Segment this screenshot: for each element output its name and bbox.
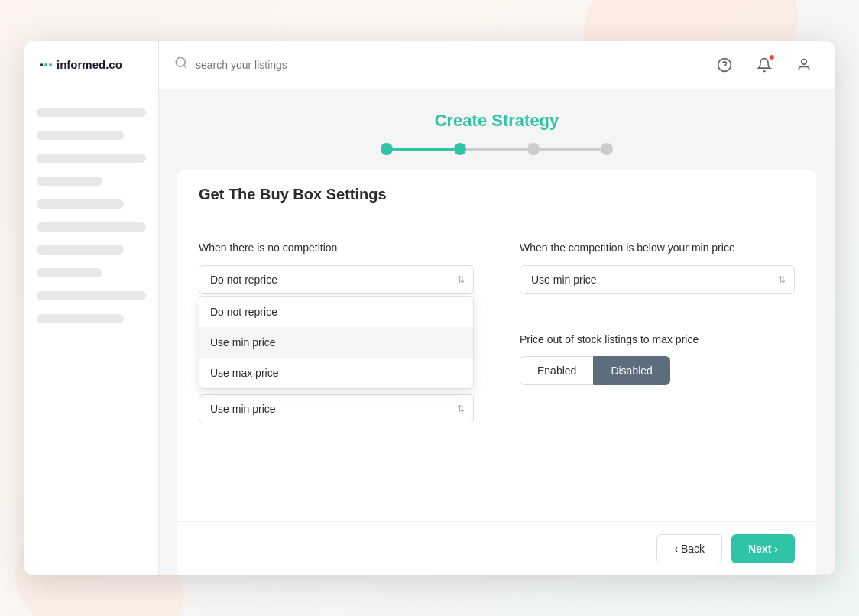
no-competition-label: When there is no competition [199,241,474,256]
sidebar-skeleton-5 [37,199,124,209]
content-panel: Get The Buy Box Settings When there is n… [177,170,816,575]
enabled-toggle-button[interactable]: Enabled [520,356,593,385]
matches-min-price-select[interactable]: Use min price Use max price Do not repri… [199,394,474,423]
panel-footer: ‹ Back Next › [177,521,816,575]
content-header: Create Strategy [159,89,835,170]
logo-text: informed.co [57,58,122,71]
page-title: Create Strategy [190,111,804,131]
svg-point-4 [802,59,807,64]
step-4-dot [601,143,613,155]
no-competition-field: When there is no competition Do not repr… [199,241,474,294]
step-1-dot [381,143,393,155]
no-competition-select-wrapper: Do not reprice Use min price Use max pri… [199,265,474,294]
sidebar [24,89,159,575]
stepper [190,143,804,155]
notifications-button[interactable] [752,53,776,77]
search-input[interactable] [196,59,697,71]
sidebar-skeleton-8 [37,268,102,277]
out-of-stock-field: Price out of stock listings to max price… [520,332,795,386]
sidebar-skeleton-3 [37,154,146,163]
step-line-3-4 [540,148,601,151]
logo-area: informed.co [24,41,159,89]
sidebar-skeleton-7 [37,245,124,255]
sidebar-skeleton-4 [37,177,102,186]
below-min-price-field: When the competition is below your min p… [520,241,795,294]
out-of-stock-label: Price out of stock listings to max price [520,332,795,348]
svg-point-0 [176,57,185,66]
step-line-1-2 [393,148,454,151]
top-bar-icons [712,53,835,77]
svg-line-1 [183,65,186,67]
sidebar-skeleton-6 [37,222,146,232]
logo-dots [40,63,52,66]
sidebar-skeleton-10 [37,314,124,323]
next-button[interactable]: Next › [731,534,795,563]
below-min-price-label: When the competition is below your min p… [520,241,795,256]
matches-min-price-select-wrapper: Use min price Use max price Do not repri… [199,394,474,423]
logo-dot-1 [40,63,43,66]
right-column: When the competition is below your min p… [520,241,795,500]
outer-wrapper: informed.co [0,0,859,616]
panel-body: When there is no competition Do not repr… [177,219,816,521]
user-profile-button[interactable] [792,53,816,77]
out-of-stock-toggle-group: Enabled Disabled [520,356,795,385]
step-3-dot [527,143,540,155]
notification-badge [769,54,775,60]
dropdown-option-do-not-reprice[interactable]: Do not reprice [199,297,473,327]
sidebar-skeleton-1 [37,108,146,117]
panel-header: Get The Buy Box Settings [177,170,816,219]
step-2-dot [454,143,466,155]
logo: informed.co [40,58,122,71]
sidebar-skeleton-2 [37,131,124,140]
left-column: When there is no competition Do not repr… [199,241,474,500]
main-layout: Create Strategy Get The Buy Box Sett [24,89,835,575]
step-line-2-3 [466,148,527,151]
sidebar-skeleton-9 [37,291,146,300]
search-bar[interactable] [159,56,712,73]
no-competition-select[interactable]: Do not reprice Use min price Use max pri… [199,265,474,294]
logo-dot-3 [49,63,52,66]
below-min-price-select[interactable]: Use min price Use max price Do not repri… [520,265,795,294]
content-area: Create Strategy Get The Buy Box Sett [159,89,835,575]
no-competition-dropdown[interactable]: Do not reprice Use min price Use max pri… [199,296,474,389]
top-bar: informed.co [24,41,835,89]
dropdown-option-use-max[interactable]: Use max price [199,358,473,388]
logo-dot-2 [44,63,47,66]
dropdown-option-use-min[interactable]: Use min price [199,327,473,358]
below-min-price-select-wrapper: Use min price Use max price Do not repri… [520,265,795,294]
disabled-toggle-button[interactable]: Disabled [593,356,669,385]
back-button[interactable]: ‹ Back [656,534,722,563]
panel-title: Get The Buy Box Settings [199,186,795,203]
search-icon [174,56,188,73]
app-window: informed.co [24,41,835,575]
help-button[interactable] [712,53,737,77]
